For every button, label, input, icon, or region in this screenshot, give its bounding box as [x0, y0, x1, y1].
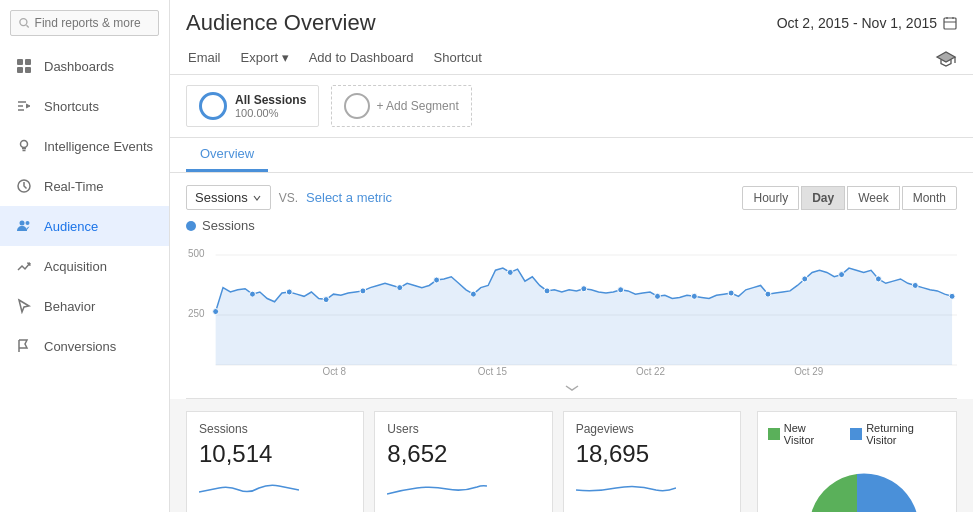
segment-pct: 100.00% [235, 107, 306, 119]
svg-point-40 [912, 282, 918, 288]
segment-info: All Sessions 100.00% [235, 93, 306, 119]
svg-rect-10 [944, 18, 956, 29]
svg-text:500: 500 [188, 248, 205, 259]
email-button[interactable]: Email [186, 44, 223, 74]
stat-label: Users [387, 422, 539, 436]
sidebar-item-acquisition[interactable]: Acquisition [0, 246, 169, 286]
day-button[interactable]: Day [801, 186, 845, 210]
search-box[interactable] [10, 10, 159, 36]
tab-overview[interactable]: Overview [186, 138, 268, 172]
chart-legend: Sessions [186, 218, 957, 233]
main-content: Audience Overview Oct 2, 2015 - Nov 1, 2… [170, 0, 973, 512]
sidebar-item-label: Acquisition [44, 259, 107, 274]
line-chart: 500 250 Oct 8 Oct 15 Oct 22 Oct 29 [186, 237, 957, 377]
acquisition-icon [14, 256, 34, 276]
sessions-metric-button[interactable]: Sessions [186, 185, 271, 210]
add-segment-circle [344, 93, 370, 119]
sidebar-item-label: Intelligence Events [44, 139, 153, 154]
sessions-metric-label: Sessions [195, 190, 248, 205]
svg-point-22 [250, 291, 256, 297]
chart-controls: Sessions VS. Select a metric Hourly Day … [186, 185, 957, 210]
stat-pageviews: Pageviews 18,695 [563, 411, 741, 512]
stats-area: Sessions 10,514 Users 8,652 Pageviews 18… [170, 399, 973, 512]
svg-point-21 [213, 309, 219, 315]
sidebar-item-label: Shortcuts [44, 99, 99, 114]
svg-point-33 [655, 293, 661, 299]
svg-text:Oct 29: Oct 29 [794, 366, 824, 377]
sidebar-item-label: Real-Time [44, 179, 103, 194]
sparkline [387, 472, 487, 500]
lightbulb-icon [14, 136, 34, 156]
svg-text:Oct 8: Oct 8 [322, 366, 346, 377]
date-range[interactable]: Oct 2, 2015 - Nov 1, 2015 [777, 15, 957, 31]
returning-visitor-label: Returning Visitor [866, 422, 946, 446]
svg-point-38 [839, 272, 845, 278]
sidebar-item-intelligence-events[interactable]: Intelligence Events [0, 126, 169, 166]
pie-chart-panel: New Visitor Returning Visitor 78.9% 21.1… [757, 411, 957, 512]
svg-point-30 [544, 288, 550, 294]
chevron-down-icon [564, 384, 580, 392]
svg-point-25 [360, 288, 366, 294]
svg-point-34 [691, 293, 697, 299]
sparkline [576, 472, 676, 500]
sidebar-item-audience[interactable]: Audience [0, 206, 169, 246]
chart-container: Sessions VS. Select a metric Hourly Day … [170, 173, 973, 399]
svg-rect-3 [25, 59, 31, 65]
sidebar-item-conversions[interactable]: Conversions [0, 326, 169, 366]
people-icon [14, 216, 34, 236]
svg-point-9 [26, 221, 30, 225]
segment-label: All Sessions [235, 93, 306, 107]
svg-point-6 [21, 141, 28, 148]
sidebar-item-behavior[interactable]: Behavior [0, 286, 169, 326]
select-metric-link[interactable]: Select a metric [306, 190, 392, 205]
svg-point-0 [20, 19, 27, 26]
header-top: Audience Overview Oct 2, 2015 - Nov 1, 2… [186, 10, 957, 36]
clock-icon [14, 176, 34, 196]
returning-visitor-legend: Returning Visitor [850, 422, 946, 446]
search-input[interactable] [35, 16, 150, 30]
shortcut-button[interactable]: Shortcut [432, 44, 484, 74]
week-button[interactable]: Week [847, 186, 899, 210]
metric-selector: Sessions VS. Select a metric [186, 185, 392, 210]
header: Audience Overview Oct 2, 2015 - Nov 1, 2… [170, 0, 973, 75]
stat-value: 10,514 [199, 440, 351, 468]
export-button[interactable]: Export ▾ [239, 44, 291, 74]
shortcuts-icon [14, 96, 34, 116]
svg-point-32 [618, 287, 624, 293]
svg-text:Oct 15: Oct 15 [478, 366, 508, 377]
sessions-legend-label: Sessions [202, 218, 255, 233]
pie-chart: 78.9% 21.1% [777, 454, 937, 512]
svg-point-24 [323, 297, 329, 303]
sidebar-item-real-time[interactable]: Real-Time [0, 166, 169, 206]
stat-label: Pageviews [576, 422, 728, 436]
stat-users: Users 8,652 [374, 411, 552, 512]
sidebar-item-label: Dashboards [44, 59, 114, 74]
add-to-dashboard-button[interactable]: Add to Dashboard [307, 44, 416, 74]
vs-label: VS. [279, 191, 298, 205]
stat-value: 18,695 [576, 440, 728, 468]
svg-text:250: 250 [188, 308, 205, 319]
time-buttons: Hourly Day Week Month [742, 186, 957, 210]
hourly-button[interactable]: Hourly [742, 186, 799, 210]
mortarboard-icon [935, 48, 957, 70]
svg-point-35 [728, 290, 734, 296]
all-sessions-segment[interactable]: All Sessions 100.00% [186, 85, 319, 127]
sidebar-item-shortcuts[interactable]: Shortcuts [0, 86, 169, 126]
new-visitor-legend: New Visitor [768, 422, 838, 446]
svg-point-23 [286, 289, 292, 295]
grid-icon [14, 56, 34, 76]
sidebar-item-dashboards[interactable]: Dashboards [0, 46, 169, 86]
svg-point-29 [507, 269, 513, 275]
month-button[interactable]: Month [902, 186, 957, 210]
dropdown-icon [252, 193, 262, 203]
add-segment-button[interactable]: + Add Segment [331, 85, 471, 127]
flag-icon [14, 336, 34, 356]
segment-icon [199, 92, 227, 120]
svg-rect-5 [25, 67, 31, 73]
svg-point-28 [470, 291, 476, 297]
add-segment-label: + Add Segment [376, 99, 458, 113]
segments-bar: All Sessions 100.00% + Add Segment [170, 75, 973, 138]
header-actions: Email Export ▾ Add to Dashboard Shortcut [186, 44, 957, 74]
svg-rect-2 [17, 59, 23, 65]
nav-items: Dashboards Shortcuts Intelligence Events… [0, 46, 169, 366]
